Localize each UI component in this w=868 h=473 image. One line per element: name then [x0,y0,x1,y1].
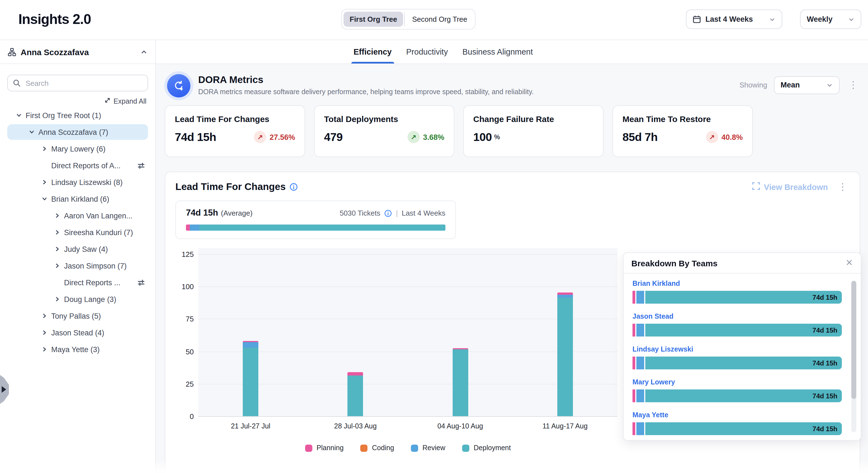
chevron-down-icon[interactable] [28,129,35,136]
chevron-right-icon[interactable] [41,346,48,353]
search-box [7,75,148,91]
main-area: Efficiency Productivity Business Alignme… [156,40,868,473]
x-tick-label: 11 Aug-17 Aug [521,422,610,430]
tree-item-mary-lowery[interactable]: Mary Lowery (6) [7,141,148,156]
tree-item-label: Jason Stead (4) [51,328,104,337]
filter-icon[interactable] [137,162,145,169]
divider: | [396,209,398,217]
view-breakdown-button[interactable]: View Breakdown [752,182,828,191]
bar-segment-planning [632,291,635,304]
chevron-right-icon[interactable] [54,246,61,253]
chevron-right-icon[interactable] [41,313,48,319]
gridline-25 [198,384,617,384]
sidebar-header[interactable]: Anna Scozzafava [0,40,155,64]
sidebar-expand-icon [2,386,6,393]
tree-item-sireesha-kunduri[interactable]: Sireesha Kunduri (7) [7,225,148,240]
chevron-right-icon[interactable] [41,179,48,185]
legend-label: Deployment [474,444,511,452]
team-name-link[interactable]: Lindsay Liszewski [632,346,842,353]
tab-productivity[interactable]: Productivity [406,40,448,63]
chart-card-title: Lead Time For Changes [175,181,286,193]
tree-item-first-org-tree-root[interactable]: First Org Tree Root (1) [7,108,148,123]
legend-item-review[interactable]: Review [411,444,445,452]
bar-segment-review [636,422,644,435]
legend-item-coding[interactable]: Coding [360,444,394,452]
stacked-bar-11-aug-17-aug[interactable] [557,292,573,416]
granularity-value: Weekly [807,15,833,23]
segment-gap [644,291,645,304]
phase-distribution-bar [186,225,445,231]
chevron-down-icon[interactable] [16,112,22,119]
granularity-select[interactable]: Weekly [800,9,861,29]
metric-card-change-failure-rate: Change Failure Rate 100 % [463,105,603,157]
filter-icon[interactable] [137,279,145,286]
tree-item-label: Judy Saw (4) [64,245,108,253]
tree-item-jason-stead[interactable]: Jason Stead (4) [7,325,148,341]
tree-item-aaron-van-langen[interactable]: Aaron Van Langen... [7,208,148,224]
tree-item-label: Maya Yette (3) [51,345,100,354]
stacked-bar-04-aug-10-aug[interactable] [453,348,468,416]
close-icon[interactable]: ✕ [845,259,853,267]
tree-item-direct-reports-of-a[interactable]: Direct Reports of A... [7,158,148,173]
chevron-right-icon[interactable] [54,229,61,236]
aggregation-value: Mean [781,81,800,89]
tree-item-judy-saw[interactable]: Judy Saw (4) [7,241,148,257]
metric-delta-value: 40.8% [721,133,743,141]
y-tick-label: 25 [186,380,194,388]
chevron-right-icon[interactable] [41,329,48,336]
team-name-link[interactable]: Brian Kirkland [632,280,842,288]
legend-item-planning[interactable]: Planning [305,444,343,452]
search-input[interactable] [25,78,143,88]
kebab-menu-icon[interactable]: ⋮ [836,182,849,191]
tree-item-brian-kirkland[interactable]: Brian Kirkland (6) [7,191,148,207]
info-icon[interactable] [384,209,392,217]
date-range-value: Last 4 Weeks [706,15,753,23]
date-range-select[interactable]: Last 4 Weeks [686,9,782,29]
metric-card-mean-time-to-restore: Mean Time To Restore 85d 7h ↗ 40.8% [613,105,753,157]
bar-segment-planning [632,422,635,435]
breakdown-row-mary-lowery: Mary Lowery 74d 15h [632,378,842,402]
stacked-bar-28-jul-03-aug[interactable] [348,372,363,416]
chevron-right-icon[interactable] [41,145,48,152]
team-name-link[interactable]: Maya Yette [632,411,842,419]
tree-item-doug-lange[interactable]: Doug Lange (3) [7,291,148,307]
tree-item-maya-yette[interactable]: Maya Yette (3) [7,342,148,357]
bar-segment-deployment [243,347,258,416]
toggle-first-org-tree[interactable]: First Org Tree [343,12,403,27]
y-axis-labels: 0255075100125 [175,248,194,417]
chevron-right-icon[interactable] [54,212,61,219]
tree-item-lindsay-liszewski[interactable]: Lindsay Liszewski (8) [7,174,148,190]
tab-business-alignment[interactable]: Business Alignment [462,40,533,63]
team-name-link[interactable]: Mary Lowery [632,378,842,386]
kebab-menu-icon[interactable]: ⋮ [846,80,860,90]
legend-swatch [411,444,418,451]
legend-label: Review [423,444,445,452]
top-bar: Insights 2.0 First Org Tree Second Org T… [0,0,868,40]
team-name-link[interactable]: Jason Stead [632,313,842,320]
tree-item-label: Tony Pallas (5) [51,312,101,320]
metric-delta: ↗ 3.68% [407,131,444,143]
metric-unit: % [494,133,500,141]
tree-item-anna-scozzafava[interactable]: Anna Scozzafava (7) [7,124,148,140]
bar-segment-review [636,389,644,402]
legend-item-deployment[interactable]: Deployment [462,444,511,452]
chevron-up-icon[interactable] [140,48,148,55]
stacked-bar-21-jul-27-jul[interactable] [243,341,258,416]
bar-segment-review [636,324,644,336]
tree-item-jason-simpson[interactable]: Jason Simpson (7) [7,258,148,273]
tree-item-tony-pallas[interactable]: Tony Pallas (5) [7,308,148,324]
chevron-right-icon[interactable] [54,262,61,269]
scrollbar-thumb[interactable] [851,281,856,399]
chevron-down-icon[interactable] [41,196,48,202]
gridline-50 [198,351,617,352]
tree-item-direct-reports[interactable]: Direct Reports ... [7,275,148,290]
aggregation-select[interactable]: Mean [774,76,840,94]
info-icon[interactable] [289,183,298,191]
expand-all-button[interactable]: Expand All [9,97,147,105]
x-tick-label: 28 Jul-03 Aug [311,422,400,430]
toggle-second-org-tree[interactable]: Second Org Tree [406,12,473,27]
chevron-right-icon[interactable] [54,296,61,302]
team-lead-time-bar: 74d 15h [632,324,842,336]
tab-efficiency[interactable]: Efficiency [353,40,392,63]
tickets-count: 5030 Tickets [340,209,380,217]
